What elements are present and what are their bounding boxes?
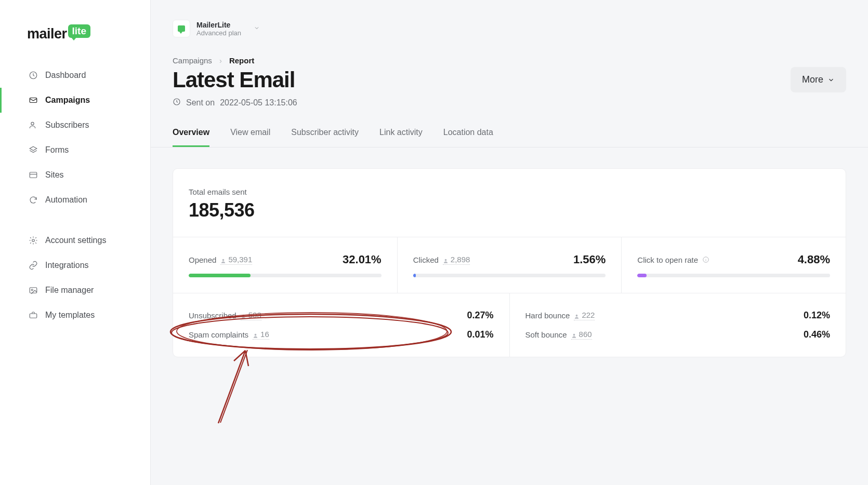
account-switcher[interactable]: MailerLite Advanced plan (173, 20, 260, 37)
tab-location-data[interactable]: Location data (443, 123, 493, 147)
chevron-down-icon (254, 24, 260, 33)
svg-point-15 (573, 334, 575, 336)
metric-clicked: Clicked 2,898 1.56% (398, 237, 622, 293)
sidebar-item-automation[interactable]: Automation (0, 187, 150, 212)
stat-label: Hard bounce (525, 311, 570, 320)
stat-pct: 0.46% (804, 329, 830, 340)
metric-count[interactable]: 2,898 (443, 255, 470, 265)
account-name: MailerLite (196, 21, 241, 29)
sent-prefix: Sent on (186, 98, 215, 107)
more-button[interactable]: More (791, 67, 846, 92)
sidebar-item-forms[interactable]: Forms (0, 138, 150, 163)
tab-link-activity[interactable]: Link activity (379, 123, 423, 147)
total-label: Total emails sent (189, 187, 830, 196)
svg-point-14 (576, 315, 578, 317)
sidebar-item-label: Account settings (45, 236, 106, 245)
metric-ctor: Click to open rate 4.88% (622, 237, 846, 293)
stat-hard-bounce: Hard bounce 222 0.12% (525, 306, 831, 325)
sidebar-item-integrations[interactable]: Integrations (0, 253, 150, 278)
person-icon (443, 257, 449, 262)
sidebar-item-label: Automation (45, 195, 87, 205)
svg-rect-1 (30, 98, 37, 103)
svg-point-6 (31, 289, 33, 291)
stat-pct: 0.12% (804, 310, 830, 321)
envelope-icon (29, 96, 38, 105)
nav: Dashboard Campaigns Subscribers Forms Si… (0, 63, 150, 328)
metrics-row: Opened 59,391 32.01% Clicked (173, 237, 846, 293)
logo-badge: lite (68, 24, 90, 38)
svg-point-9 (222, 259, 225, 261)
sent-row: Sent on 2022-05-05 13:15:06 (151, 92, 868, 118)
topbar: MailerLite Advanced plan (151, 0, 868, 43)
stat-pct: 0.27% (467, 310, 493, 321)
tab-subscriber-activity[interactable]: Subscriber activity (291, 123, 359, 147)
stat-count[interactable]: 222 (574, 311, 595, 320)
sidebar-item-label: My templates (45, 311, 95, 320)
clock-icon (29, 71, 38, 80)
sidebar-item-account-settings[interactable]: Account settings (0, 228, 150, 253)
stat-soft-bounce: Soft bounce 860 0.46% (525, 325, 831, 344)
layers-icon (29, 145, 38, 155)
person-icon (571, 331, 577, 337)
sidebar-item-sites[interactable]: Sites (0, 163, 150, 187)
stat-count[interactable]: 860 (571, 330, 592, 340)
refresh-icon (29, 195, 38, 205)
progress-bar-ctor (637, 274, 830, 277)
title-row: Latest Email More (151, 65, 868, 92)
tab-overview[interactable]: Overview (173, 123, 209, 147)
metric-pct: 32.01% (343, 253, 382, 266)
progress-bar-opened (189, 274, 382, 277)
brand-icon (173, 20, 190, 37)
metric-count[interactable]: 59,391 (220, 255, 252, 265)
metric-label: Click to open rate (637, 255, 698, 264)
person-icon (574, 312, 580, 318)
chevron-down-icon (827, 76, 835, 84)
sidebar-item-label: Integrations (45, 261, 89, 270)
breadcrumb-root[interactable]: Campaigns (173, 56, 212, 65)
svg-point-10 (445, 259, 447, 261)
metric-label: Clicked (413, 255, 439, 264)
account-plan: Advanced plan (196, 29, 241, 37)
briefcase-icon (29, 311, 38, 320)
page-title: Latest Email (173, 68, 295, 92)
sidebar-item-campaigns[interactable]: Campaigns (0, 88, 150, 113)
sent-timestamp: 2022-05-05 13:15:06 (220, 98, 297, 107)
tabs: Overview View email Subscriber activity … (151, 118, 868, 147)
logo[interactable]: mailer lite (0, 26, 150, 63)
sidebar-item-label: Sites (45, 170, 64, 180)
sidebar-item-label: Dashboard (45, 71, 86, 80)
person-icon (220, 257, 226, 262)
nav-divider (0, 212, 150, 228)
tab-view-email[interactable]: View email (230, 123, 270, 147)
progress-bar-clicked (413, 274, 606, 277)
clock-icon (173, 98, 181, 108)
sidebar: mailer lite Dashboard Campaigns Subscrib… (0, 0, 151, 485)
metric-opened: Opened 59,391 32.01% (173, 237, 398, 293)
sidebar-item-file-manager[interactable]: File manager (0, 278, 150, 303)
sidebar-item-dashboard[interactable]: Dashboard (0, 63, 150, 88)
users-icon (29, 120, 38, 130)
more-button-label: More (802, 74, 823, 85)
svg-point-2 (31, 122, 34, 125)
link-icon (29, 261, 38, 270)
sidebar-item-label: Subscribers (45, 120, 89, 130)
total-value: 185,536 (189, 199, 830, 221)
sidebar-item-subscribers[interactable]: Subscribers (0, 113, 150, 138)
annotation-arrow (208, 338, 270, 426)
svg-point-4 (32, 239, 35, 242)
image-icon (29, 286, 38, 295)
svg-rect-3 (30, 172, 37, 178)
sidebar-item-my-templates[interactable]: My templates (0, 303, 150, 328)
sidebar-item-label: Campaigns (45, 96, 90, 105)
info-icon[interactable] (702, 256, 709, 263)
chevron-right-icon: › (219, 56, 222, 65)
svg-rect-7 (30, 314, 37, 318)
total-emails-block: Total emails sent 185,536 (173, 169, 846, 237)
stats-col-right: Hard bounce 222 0.12% Soft bounce (510, 293, 846, 357)
metric-label: Opened (189, 255, 216, 264)
stat-pct: 0.01% (467, 329, 493, 340)
breadcrumb-current: Report (229, 56, 254, 65)
gear-icon (29, 236, 38, 245)
window-icon (29, 170, 38, 180)
metric-pct: 4.88% (798, 253, 830, 266)
